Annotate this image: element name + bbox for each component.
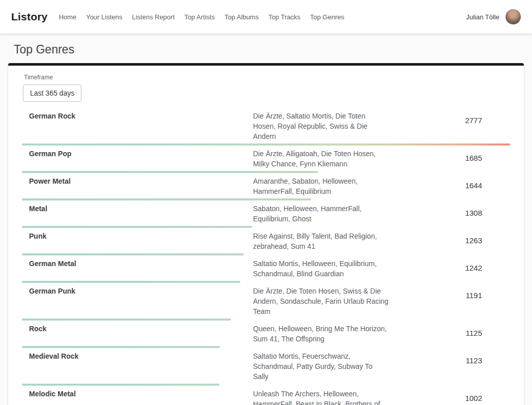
genre-name: German Metal	[22, 258, 253, 269]
genre-artists: Queen, Helloween, Bring Me The Horizon, …	[253, 324, 389, 344]
nav-item-top-albums[interactable]: Top Albums	[225, 13, 259, 21]
genre-count: 1308	[389, 204, 510, 217]
genre-row: Power Metal Amaranthe, Sabaton, Hellowee…	[22, 173, 510, 196]
genre-artists: Rise Against, Billy Talent, Bad Religion…	[253, 231, 389, 251]
genre-count: 1002	[389, 389, 510, 402]
genre-name: Metal	[22, 204, 253, 214]
genre-list: German Rock Die Ärzte, Saltatio Mortis, …	[22, 108, 510, 405]
genre-artists: Amaranthe, Sabaton, Helloween, HammerFal…	[253, 176, 389, 196]
app-logo[interactable]: Listory	[11, 11, 47, 23]
genre-row: Metal Sabaton, Helloween, HammerFall, Eq…	[22, 200, 510, 224]
genre-name: Medieval Rock	[22, 351, 253, 361]
nav-item-your-listens[interactable]: Your Listens	[86, 13, 122, 21]
genre-row: Medieval Rock Saltatio Mortis, Feuerschw…	[22, 348, 510, 382]
genre-row: German Punk Die Ärzte, Die Toten Hosen, …	[22, 283, 510, 316]
genre-artists: Die Ärzte, Alligatoah, Die Toten Hosen, …	[253, 149, 389, 169]
genre-row: German Pop Die Ärzte, Alligatoah, Die To…	[22, 146, 510, 169]
main-nav: HomeYour ListensListens ReportTop Artist…	[59, 13, 344, 21]
genre-name: German Punk	[22, 286, 253, 296]
genre-artists: Unleash The Archers, Helloween, HammerFa…	[253, 389, 389, 405]
user-avatar[interactable]	[506, 9, 521, 24]
nav-item-top-artists[interactable]: Top Artists	[184, 13, 215, 21]
genre-artists: Saltatio Mortis, Helloween, Equilibrium,…	[253, 258, 389, 279]
nav-item-top-tracks[interactable]: Top Tracks	[268, 13, 300, 21]
genre-row: German Rock Die Ärzte, Saltatio Mortis, …	[22, 108, 510, 141]
genre-row: German Metal Saltatio Mortis, Helloween,…	[22, 255, 510, 279]
timeframe-label: Timeframe	[24, 74, 510, 81]
genre-name: Power Metal	[22, 176, 253, 186]
timeframe-select[interactable]: Last 365 days	[23, 84, 81, 102]
genre-count: 1125	[389, 324, 510, 337]
genre-count: 1644	[389, 176, 510, 190]
genre-row: Melodic Metal Unleash The Archers, Hello…	[22, 386, 510, 405]
genre-artists: Saltatio Mortis, Feuerschwanz, Schandmau…	[253, 351, 389, 382]
navbar: Listory HomeYour ListensListens ReportTo…	[0, 0, 532, 34]
genre-artists: Die Ärzte, Saltatio Mortis, Die Toten Ho…	[253, 111, 389, 141]
genre-count: 1191	[389, 286, 510, 300]
genre-count: 1263	[389, 231, 510, 245]
genre-count: 1685	[389, 149, 510, 162]
user-name[interactable]: Julian Tölle	[466, 13, 499, 21]
genre-name: Melodic Metal	[22, 389, 253, 399]
nav-item-top-genres[interactable]: Top Genres	[310, 13, 344, 21]
genre-name: German Rock	[22, 111, 253, 121]
genre-name: German Pop	[22, 149, 253, 159]
genre-count: 1242	[389, 258, 510, 272]
genre-count: 2777	[389, 111, 510, 125]
nav-item-listens-report[interactable]: Listens Report	[132, 13, 175, 21]
genre-name: Punk	[22, 231, 253, 241]
genre-row: Punk Rise Against, Billy Talent, Bad Rel…	[22, 228, 510, 251]
genre-artists: Sabaton, Helloween, HammerFall, Equilibr…	[253, 204, 389, 224]
page-title: Top Genres	[14, 42, 532, 57]
top-genres-card: Timeframe Last 365 days German Rock Die …	[8, 63, 524, 405]
genre-artists: Die Ärzte, Die Toten Hosen, Swiss & Die …	[253, 286, 389, 316]
genre-count: 1123	[389, 351, 510, 365]
genre-row: Rock Queen, Helloween, Bring Me The Hori…	[22, 321, 510, 344]
nav-right: Julian Tölle	[466, 9, 521, 24]
genre-name: Rock	[22, 324, 253, 334]
nav-item-home[interactable]: Home	[59, 13, 76, 21]
